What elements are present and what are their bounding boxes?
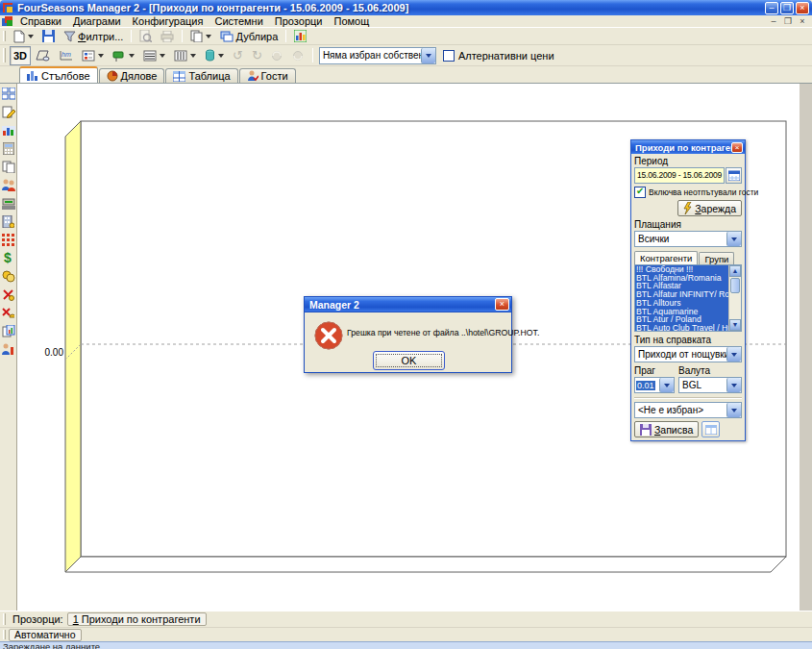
- duplicate-button[interactable]: Дублира: [216, 29, 282, 44]
- show-table-button[interactable]: [701, 421, 720, 437]
- marks-button[interactable]: [109, 46, 138, 65]
- mdi-close-button[interactable]: ×: [797, 16, 808, 27]
- toggle-3d-button[interactable]: 3D: [10, 46, 31, 65]
- scroll-thumb: [730, 278, 740, 293]
- alt-prices-checkbox[interactable]: [443, 50, 455, 62]
- sidebar-calculator-button[interactable]: [0, 140, 16, 156]
- ok-button[interactable]: OK: [373, 351, 445, 370]
- sidebar-copy-document-button[interactable]: [0, 159, 16, 174]
- sidebar-reports-button[interactable]: [0, 323, 16, 338]
- rotate-ccw-button[interactable]: ↺: [229, 46, 247, 65]
- tab-groups[interactable]: Групи: [699, 252, 734, 264]
- depth-rotate-right-button[interactable]: [288, 46, 308, 65]
- owner-combo[interactable]: Няма избран собственици: [319, 47, 436, 64]
- sidebar-coins-button[interactable]: [0, 268, 16, 284]
- new-report-dropdown-icon: [28, 35, 34, 38]
- print-button[interactable]: [157, 29, 178, 44]
- sidebar-guest-stats-button[interactable]: [0, 341, 16, 357]
- vertical-grid-button[interactable]: [170, 46, 200, 65]
- print-preview-button[interactable]: [135, 29, 156, 44]
- window-controls: – ❐ ×: [765, 2, 809, 14]
- tab-guests[interactable]: Гости: [239, 68, 296, 83]
- sidebar-rooms-button[interactable]: [0, 86, 16, 101]
- report-type-combo[interactable]: Приходи от нощувки: [634, 346, 742, 362]
- dialog-title-bar[interactable]: Manager 2 ×: [305, 297, 511, 312]
- rotate-cw-button[interactable]: ↻: [248, 46, 266, 65]
- new-report-button[interactable]: [10, 29, 37, 44]
- toolbar-drag-handle[interactable]: [3, 48, 6, 62]
- sidebar-cash-register-button[interactable]: [0, 195, 16, 211]
- contractor-list-item[interactable]: BTL Auto Club Travel / Hungary: [635, 324, 728, 331]
- calendar-button[interactable]: [726, 167, 742, 184]
- sidebar-cancel-service-button[interactable]: [0, 305, 16, 320]
- panel-close-button[interactable]: ×: [731, 142, 743, 153]
- horizontal-grid-button[interactable]: [139, 46, 169, 65]
- minimize-button[interactable]: –: [765, 2, 778, 14]
- menu-item[interactable]: Диаграми: [67, 15, 127, 28]
- load-button[interactable]: Зарежда: [677, 200, 742, 216]
- dollar-icon: $: [3, 251, 14, 264]
- sidebar-discount-cut-button[interactable]: [0, 287, 16, 302]
- edit-document-icon: [2, 106, 15, 118]
- axis-labels-button[interactable]: hm: [55, 46, 77, 65]
- tab-table[interactable]: Таблица: [165, 68, 237, 83]
- sidebar-guests-button[interactable]: [0, 177, 16, 192]
- depth-rotate-left-button[interactable]: [267, 46, 287, 65]
- automatic-button[interactable]: Автоматично: [9, 629, 82, 641]
- legend-button[interactable]: [78, 46, 108, 65]
- view-tabs: Стълбове Дялове Таблица Гости: [0, 66, 812, 83]
- scroll-down-icon: ▼: [729, 319, 741, 331]
- perspective-button[interactable]: [32, 46, 54, 65]
- menu-item[interactable]: Справки: [14, 15, 67, 28]
- currency-combo[interactable]: BGL: [678, 377, 742, 393]
- export-chart-button[interactable]: [290, 29, 310, 44]
- menu-item[interactable]: Помощ: [328, 15, 375, 28]
- save-report-button[interactable]: Записва: [634, 421, 699, 437]
- menu-item[interactable]: Прозорци: [269, 15, 329, 28]
- tab-contractors[interactable]: Контрагенти: [634, 251, 698, 264]
- sidebar-hotel-payment-button[interactable]: [0, 213, 16, 229]
- sidebar-dollar-button[interactable]: $: [0, 250, 16, 265]
- perspective-icon: [36, 49, 50, 62]
- toolbar-drag-handle[interactable]: [3, 613, 6, 624]
- menu-item[interactable]: Конфигурация: [127, 15, 209, 28]
- period-input[interactable]: 15.06.2009 - 15.06.2009: [634, 167, 725, 184]
- copy-button[interactable]: [186, 29, 215, 44]
- contractors-list[interactable]: !!! Свободни !!!BTL Alfamina/RomaniaBTL …: [634, 264, 742, 332]
- main-toolbar: Филтри... Дублира: [0, 28, 812, 45]
- series-style-button[interactable]: [201, 46, 228, 65]
- auto-bar: Автоматично: [0, 627, 812, 641]
- template-combo[interactable]: <Не е избран>: [634, 402, 742, 418]
- sidebar-chart-button[interactable]: [0, 122, 16, 137]
- menu-app-icon: [2, 16, 12, 27]
- include-staying-guests-checkbox[interactable]: [634, 187, 646, 198]
- separator: [131, 30, 132, 42]
- save-button[interactable]: [38, 29, 59, 44]
- tab-bars[interactable]: Стълбове: [19, 66, 98, 83]
- dialog-close-button[interactable]: ×: [495, 298, 509, 311]
- tab-pie[interactable]: Дялове: [99, 68, 165, 83]
- list-scrollbar[interactable]: ▲ ▼: [728, 265, 741, 331]
- toolbar-drag-handle[interactable]: [3, 31, 6, 42]
- mdi-minimize-button[interactable]: –: [768, 16, 779, 27]
- threshold-label: Праг: [634, 365, 675, 377]
- save-disk-icon: [640, 424, 652, 436]
- side-toolbar: $: [0, 84, 17, 611]
- panel-title-bar[interactable]: Приходи по контрагенти ×: [631, 140, 745, 154]
- mdi-restore-button[interactable]: ❐: [782, 16, 794, 27]
- window-tab-revenue-by-contractors[interactable]: 1 Приходи по контрагенти: [67, 612, 207, 626]
- new-document-icon: [13, 30, 25, 43]
- toolbar-drag-handle[interactable]: [3, 630, 6, 639]
- threshold-combo[interactable]: 0.01: [634, 377, 675, 393]
- sidebar-edit-document-button[interactable]: [0, 104, 16, 119]
- guests-tab-icon: [247, 70, 258, 82]
- payments-combo[interactable]: Всички: [634, 231, 742, 247]
- sidebar-occupancy-grid-button[interactable]: [0, 232, 16, 247]
- restore-button[interactable]: ❐: [780, 2, 794, 14]
- menu-item[interactable]: Системни: [209, 15, 268, 28]
- pie-chart-icon: [107, 70, 118, 82]
- filters-button[interactable]: Филтри...: [60, 29, 127, 44]
- close-button[interactable]: ×: [796, 2, 809, 14]
- calculator-icon: [3, 142, 14, 155]
- chart-left-wall: [65, 121, 81, 572]
